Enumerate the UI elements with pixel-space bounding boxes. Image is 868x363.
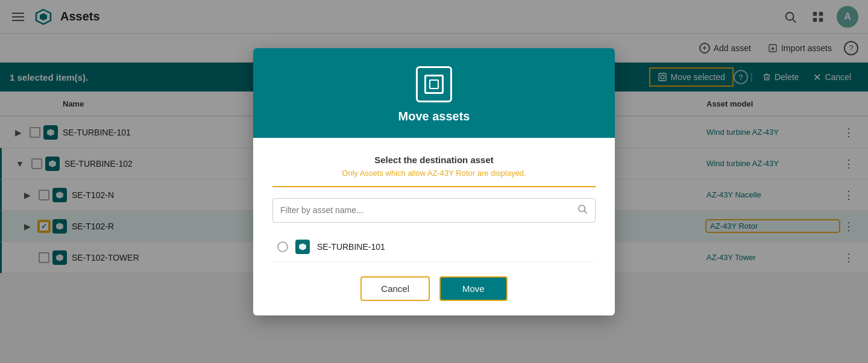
modal-actions: Cancel Move — [272, 276, 596, 301]
option-icon — [295, 240, 310, 254]
option-name: SE-TURBINE-101 — [317, 242, 385, 252]
modal-subtitle: Select the destination asset — [272, 155, 596, 165]
modal-icon-inner — [424, 75, 444, 94]
modal-header: Move assets — [253, 48, 615, 138]
radio-button[interactable] — [277, 241, 288, 252]
modal-note: Only Assets which allow AZ-43Y Rotor are… — [272, 169, 596, 187]
svg-line-18 — [584, 211, 587, 213]
modal-title: Move assets — [398, 110, 470, 123]
svg-marker-19 — [299, 243, 306, 250]
modal-body: Select the destination asset Only Assets… — [253, 138, 615, 315]
filter-input[interactable] — [280, 205, 577, 215]
modal-icon — [416, 66, 452, 102]
svg-point-17 — [579, 205, 585, 212]
move-assets-modal: Move assets Select the destination asset… — [253, 48, 615, 315]
filter-search-icon — [577, 203, 588, 217]
asset-option[interactable]: SE-TURBINE-101 — [272, 232, 596, 262]
modal-move-button[interactable]: Move — [439, 276, 508, 301]
modal-cancel-button[interactable]: Cancel — [360, 276, 430, 301]
filter-row — [272, 198, 596, 223]
